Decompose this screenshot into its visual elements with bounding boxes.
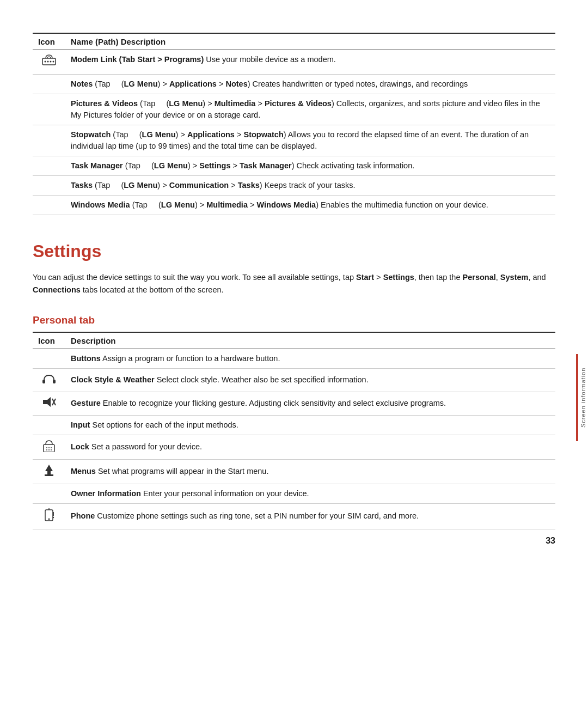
svg-point-1 xyxy=(45,61,46,63)
svg-point-15 xyxy=(48,449,50,450)
notes-desc: Notes (Tap (LG Menu) > Applications > No… xyxy=(65,75,555,94)
table-row: Input Set options for each of the input … xyxy=(33,415,555,435)
svg-point-12 xyxy=(48,447,50,448)
icon-cell xyxy=(33,196,65,215)
table-row: Notes (Tap (LG Menu) > Applications > No… xyxy=(33,75,555,94)
side-tab: Screen information xyxy=(576,354,588,441)
table-row: Owner Information Enter your personal in… xyxy=(33,484,555,503)
side-tab-label: Screen information xyxy=(576,354,588,441)
icon-cell xyxy=(33,50,65,75)
svg-rect-6 xyxy=(53,380,56,383)
personal-tab-title: Personal tab xyxy=(33,314,555,326)
bottom-table-header-icon: Icon xyxy=(33,332,65,349)
modem-link-desc: Modem Link (Tab Start > Programs) Use yo… xyxy=(65,50,555,75)
menus-icon xyxy=(43,470,55,478)
table-row: Gesture Enable to recognize your flickin… xyxy=(33,392,555,415)
svg-point-24 xyxy=(53,516,54,517)
svg-rect-17 xyxy=(45,474,53,476)
table-row: Windows Media (Tap (LG Menu) > Multimedi… xyxy=(33,196,555,215)
lock-icon xyxy=(43,445,55,454)
phone-icon xyxy=(43,515,55,523)
settings-intro: You can adjust the device settings to su… xyxy=(33,271,555,296)
svg-point-11 xyxy=(46,447,47,448)
icon-cell xyxy=(33,392,65,415)
svg-point-14 xyxy=(46,449,47,450)
pictures-videos-desc: Pictures & Videos (Tap (LG Menu) > Multi… xyxy=(65,94,555,125)
settings-section: Settings You can adjust the device setti… xyxy=(33,241,555,296)
modem-link-icon xyxy=(41,54,57,70)
bottom-table-header-desc: Description xyxy=(65,332,555,349)
page-number: 33 xyxy=(546,536,555,546)
table-row: Lock Set a password for your device. xyxy=(33,435,555,459)
table-row: Task Manager (Tap (LG Menu) > Settings >… xyxy=(33,156,555,176)
svg-rect-19 xyxy=(47,471,51,474)
svg-point-2 xyxy=(47,61,49,63)
svg-marker-18 xyxy=(45,465,53,471)
svg-rect-5 xyxy=(42,380,45,383)
table-row: Stopwatch (Tap (LG Menu) > Applications … xyxy=(33,125,555,156)
svg-point-13 xyxy=(51,447,52,448)
svg-point-16 xyxy=(51,449,52,450)
owner-info-desc: Owner Information Enter your personal in… xyxy=(65,484,555,503)
table-row: Buttons Assign a program or function to … xyxy=(33,349,555,368)
icon-cell xyxy=(33,94,65,125)
icon-cell xyxy=(33,349,65,368)
settings-title: Settings xyxy=(33,241,555,261)
top-table: Icon Name (Path) Description xyxy=(33,33,555,215)
icon-cell xyxy=(33,368,65,392)
phone-desc: Phone Customize phone settings such as r… xyxy=(65,503,555,529)
table-row: Modem Link (Tab Start > Programs) Use yo… xyxy=(33,50,555,75)
gesture-desc: Gesture Enable to recognize your flickin… xyxy=(65,392,555,415)
table-row: Clock Style & Weather Select clock style… xyxy=(33,368,555,392)
icon-cell xyxy=(33,176,65,196)
menus-desc: Menus Set what programs will appear in t… xyxy=(65,459,555,484)
table-row: Tasks (Tap (LG Menu) > Communication > T… xyxy=(33,176,555,196)
input-desc: Input Set options for each of the input … xyxy=(65,415,555,435)
icon-cell xyxy=(33,125,65,156)
stopwatch-desc: Stopwatch (Tap (LG Menu) > Applications … xyxy=(65,125,555,156)
icon-cell xyxy=(33,459,65,484)
top-table-header-icon: Icon xyxy=(33,33,65,50)
svg-point-3 xyxy=(50,61,52,63)
task-manager-desc: Task Manager (Tap (LG Menu) > Settings >… xyxy=(65,156,555,176)
table-row: Pictures & Videos (Tap (LG Menu) > Multi… xyxy=(33,94,555,125)
icon-cell xyxy=(33,435,65,459)
table-row: Menus Set what programs will appear in t… xyxy=(33,459,555,484)
page-container: Icon Name (Path) Description xyxy=(0,0,588,562)
table-row: Phone Customize phone settings such as r… xyxy=(33,503,555,529)
buttons-desc: Buttons Assign a program or function to … xyxy=(65,349,555,368)
icon-cell xyxy=(33,75,65,94)
svg-marker-7 xyxy=(43,397,51,407)
svg-point-4 xyxy=(53,61,54,63)
icon-cell xyxy=(33,503,65,529)
tasks-desc: Tasks (Tap (LG Menu) > Communication > T… xyxy=(65,176,555,196)
icon-cell xyxy=(33,156,65,176)
bottom-table: Icon Description Buttons Assign a progra… xyxy=(33,332,555,529)
svg-point-22 xyxy=(48,518,50,520)
gesture-icon xyxy=(42,401,56,410)
icon-cell xyxy=(33,484,65,503)
clock-style-desc: Clock Style & Weather Select clock style… xyxy=(65,368,555,392)
icon-cell xyxy=(33,415,65,435)
top-table-header-desc: Name (Path) Description xyxy=(65,33,555,50)
clock-style-icon xyxy=(42,377,56,386)
lock-desc: Lock Set a password for your device. xyxy=(65,435,555,459)
windows-media-desc: Windows Media (Tap (LG Menu) > Multimedi… xyxy=(65,196,555,215)
personal-tab-section: Personal tab Icon Description Buttons As… xyxy=(33,314,555,529)
